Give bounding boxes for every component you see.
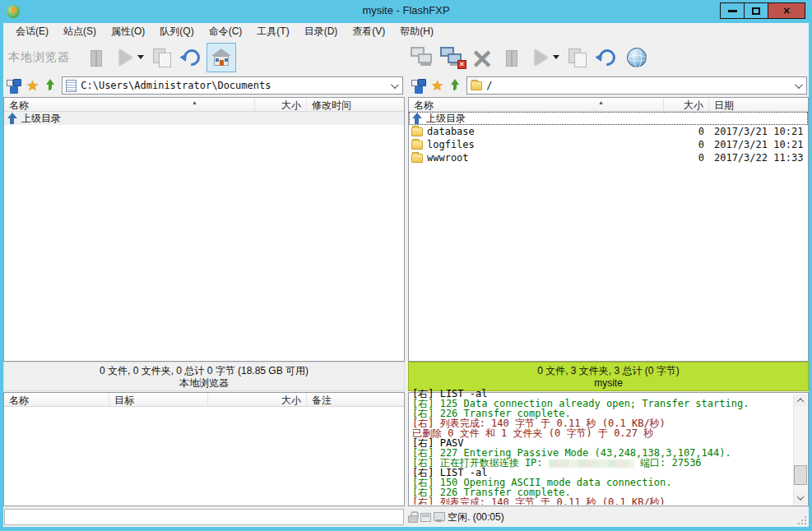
favorites-icon[interactable]: ★ <box>431 79 443 93</box>
maximize-button[interactable] <box>744 2 768 19</box>
file-row-2[interactable]: database02017/3/21 10:21 <box>409 125 808 138</box>
remote-path-value: / <box>486 80 492 91</box>
file-row-1[interactable]: 上级目录 <box>4 112 404 125</box>
file-name: 上级目录 <box>409 112 664 125</box>
queue-column-target[interactable]: 目标 <box>109 393 208 406</box>
status-bar: 空闲. (00:05) <box>3 507 809 527</box>
sort-ascending-icon: ▲ <box>598 99 604 105</box>
local-pause-button[interactable] <box>81 43 111 72</box>
file-row-4[interactable]: wwwroot02017/3/22 11:33 <box>409 151 808 164</box>
remote-site-name: mysite <box>409 377 808 390</box>
log-pane: [右] LIST -al[右] 125 Data connection alre… <box>408 392 809 506</box>
file-date: 2017/3/21 10:21 <box>714 138 808 151</box>
queue-column-note[interactable]: 备注 <box>307 393 404 406</box>
file-date <box>714 112 808 125</box>
local-file-list: 名称 ▲ 大小 修改时间 上级目录 <box>3 97 405 362</box>
connect-icon <box>411 47 435 68</box>
folder-icon <box>411 154 423 163</box>
local-home-button[interactable] <box>206 43 236 72</box>
abort-button[interactable]: × <box>467 43 497 72</box>
local-path-combobox[interactable]: C:\Users\Administrator\Documents <box>62 76 403 95</box>
combobox-dropdown-icon[interactable] <box>391 81 399 89</box>
column-header-size[interactable]: 大小 <box>664 98 709 111</box>
queue-icon <box>568 48 587 67</box>
folder-icon <box>411 127 423 136</box>
remote-path-combobox[interactable]: / <box>466 76 807 95</box>
remote-pause-button[interactable] <box>497 43 527 72</box>
remote-list-header: 名称 ▲ 大小 日期 <box>409 98 808 112</box>
remote-refresh-button[interactable] <box>592 43 622 72</box>
file-name: wwwroot <box>409 151 664 164</box>
play-icon <box>535 49 548 66</box>
close-button[interactable]: × <box>768 2 805 19</box>
queue-column-size[interactable]: 大小 <box>208 393 307 406</box>
remote-queue-button[interactable] <box>563 43 592 72</box>
column-header-size[interactable]: 大小 <box>255 98 307 111</box>
up-dir-icon <box>411 113 422 124</box>
flashfxp-window: mysite - FlashFXP × 会话(E)站点(S)属性(O)队列(Q)… <box>0 0 812 531</box>
remote-status-strip: 0 文件, 3 文件夹, 3 总计 (0 字节) mysite <box>408 362 809 391</box>
scroll-up-icon[interactable] <box>794 394 807 407</box>
file-date: 2017/3/21 10:21 <box>714 125 808 138</box>
local-refresh-button[interactable] <box>177 43 206 72</box>
menu-item-h[interactable]: 帮助(H) <box>392 23 441 40</box>
file-name: database <box>409 125 664 138</box>
file-date <box>312 112 404 125</box>
home-icon <box>211 48 231 67</box>
column-header-date[interactable]: 日期 <box>709 98 808 111</box>
column-header-name[interactable]: 名称 <box>409 98 664 111</box>
censored-ip <box>549 459 634 468</box>
remote-start-button[interactable] <box>527 43 556 72</box>
menu-item-s[interactable]: 站点(S) <box>56 23 104 40</box>
local-queue-button[interactable] <box>147 43 177 72</box>
menu-item-c[interactable]: 命令(C) <box>202 23 250 40</box>
play-icon <box>119 49 132 66</box>
local-count-summary: 0 文件, 0 文件夹, 0 总计 0 字节 (18.85 GB 可用) <box>4 364 404 377</box>
combobox-dropdown-icon[interactable] <box>795 81 803 89</box>
menu-bar: 会话(E)站点(S)属性(O)队列(Q)命令(C)工具(T)目录(D)查看(V)… <box>3 23 809 40</box>
statusbar-left-field <box>4 509 404 525</box>
disconnect-icon: × <box>440 47 465 68</box>
client-area: 会话(E)站点(S)属性(O)队列(Q)命令(C)工具(T)目录(D)查看(V)… <box>3 23 809 527</box>
scroll-down-icon[interactable] <box>794 492 807 505</box>
column-header-name[interactable]: 名称 <box>4 98 255 111</box>
column-header-modified[interactable]: 修改时间 <box>307 98 404 111</box>
up-level-icon[interactable] <box>44 79 56 92</box>
menu-item-q[interactable]: 队列(Q) <box>152 23 201 40</box>
queue-column-name[interactable]: 名称 <box>4 393 109 406</box>
disconnect-button[interactable]: × <box>438 43 467 72</box>
file-row-3[interactable]: logfiles02017/3/21 10:21 <box>409 138 808 151</box>
file-size <box>664 112 704 125</box>
remote-browser-button[interactable] <box>622 43 652 72</box>
minimize-icon <box>728 10 737 12</box>
menu-item-o[interactable]: 属性(O) <box>104 23 152 40</box>
favorites-icon[interactable]: ★ <box>26 79 39 93</box>
menu-item-e[interactable]: 会话(E) <box>8 23 56 40</box>
refresh-icon <box>596 45 619 68</box>
local-toolbar: 本地浏览器 <box>3 40 405 74</box>
up-level-icon[interactable] <box>449 79 461 92</box>
globe-icon <box>627 48 647 67</box>
site-tree-icon[interactable] <box>411 79 425 93</box>
title-bar: mysite - FlashFXP × <box>0 0 812 23</box>
local-status-strip: 0 文件, 0 文件夹, 0 总计 0 字节 (18.85 GB 可用) 本地浏… <box>3 362 405 391</box>
local-start-button[interactable] <box>111 43 141 72</box>
site-tree-icon[interactable] <box>7 79 21 93</box>
panel-icon <box>420 513 431 522</box>
resize-grip[interactable] <box>796 514 807 525</box>
menu-item-v[interactable]: 查看(V) <box>345 23 392 40</box>
window-title: mysite - FlashFXP <box>0 4 812 16</box>
up-dir-icon <box>7 113 17 124</box>
local-list-header: 名称 ▲ 大小 修改时间 <box>4 98 404 112</box>
connect-button[interactable] <box>408 43 438 72</box>
log-scrollbar[interactable] <box>793 394 807 505</box>
window-controls: × <box>721 2 805 19</box>
scrollbar-thumb[interactable] <box>794 465 807 485</box>
computer-icon <box>434 512 445 523</box>
menu-item-d[interactable]: 目录(D) <box>297 23 346 40</box>
pause-icon <box>506 50 517 65</box>
menu-item-t[interactable]: 工具(T) <box>249 23 296 40</box>
file-row-1[interactable]: 上级目录 <box>409 112 808 125</box>
minimize-button[interactable] <box>720 2 745 19</box>
abort-icon: × <box>471 47 494 68</box>
